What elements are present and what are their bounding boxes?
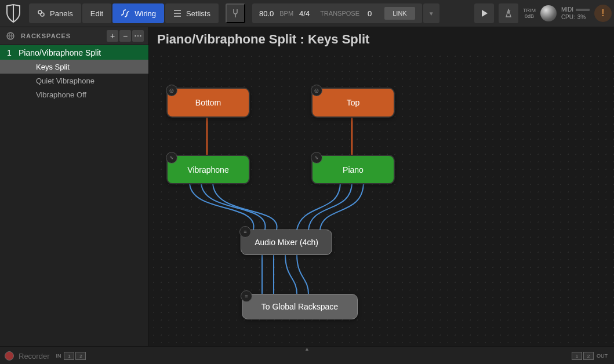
tuner-button[interactable] [226,3,245,23]
sidebar: RACKSPACES + − ⋯ 1 Piano/Vibraphone Spli… [0,27,149,346]
rackspace-item[interactable]: 1 Piano/Vibraphone Split [0,45,148,60]
midi-label: MIDI [561,6,573,13]
panels-button[interactable]: Panels [29,3,81,23]
midi-in-2[interactable]: 2 [75,352,86,360]
node-handle-icon[interactable]: ≡ [241,290,252,302]
wiring-icon [121,9,130,17]
tuning-fork-icon [230,8,241,19]
wiring-label: Wiring [135,9,156,18]
node-handle-icon[interactable]: ◎ [166,85,177,96]
svg-point-1 [41,13,44,16]
variation-label: Vibraphone Off [36,90,86,99]
bpm-value[interactable]: 80.0 [259,9,274,18]
node-label: Top [347,98,360,107]
node-handle-icon[interactable]: ≡ [239,226,251,238]
variation-item-vibraphone-off[interactable]: Vibraphone Off [0,88,148,101]
page-title: Piano/Vibraphone Split : Keys Split [149,27,614,52]
view-mode-group: Panels Edit Wiring [29,3,164,23]
remove-rackspace-button[interactable]: − [119,30,131,42]
node-label: Audio Mixer (4ch) [255,238,318,247]
warning-icon: ! [601,8,604,19]
bpm-label: BPM [279,10,293,17]
node-label: Piano [343,165,364,174]
node-global-rackspace[interactable]: ≡ To Global Rackspace [242,294,358,319]
trim-panel: TRIM 0dB [523,8,536,19]
variation-item-keys-split[interactable]: Keys Split [0,60,148,74]
bottom-bar: ▲ Recorder IN 1 2 1 2 OUT [0,346,614,364]
midi-out-2[interactable]: 2 [583,352,594,360]
midi-in-1[interactable]: 1 [64,352,74,360]
metronome-icon [504,9,513,18]
sidebar-title: RACKSPACES [21,32,106,39]
cpu-value: 3% [577,14,586,20]
node-label: Bottom [195,98,221,107]
panic-button[interactable]: ! [594,5,612,22]
app-logo-icon[interactable] [2,2,24,24]
midi-out-1[interactable]: 1 [572,352,582,360]
node-handle-icon[interactable]: ◎ [311,85,322,96]
tempo-panel: 80.0 BPM 4/4 TRANSPOSE 0 LINK [252,3,422,23]
top-toolbar: Panels Edit Wiring Setlists 80.0 BPM 4/4… [0,0,614,27]
midi-in-indicator: IN 1 2 [54,352,86,360]
edit-button[interactable]: Edit [82,3,111,23]
status-meters: MIDI CPU:3% [561,6,590,20]
midi-meter [576,9,590,11]
panels-icon [37,9,45,17]
output-gain-knob[interactable] [540,5,557,21]
transpose-label: TRANSPOSE [320,10,359,17]
out-label: OUT [597,353,608,359]
setlists-button[interactable]: Setlists [165,3,219,23]
play-button[interactable] [474,3,494,23]
expand-up-icon[interactable]: ▲ [299,346,316,352]
variation-label: Keys Split [36,63,70,71]
wiring-canvas[interactable]: ◎ Bottom ◎ Top ∿ Vibraphone ∿ Piano ≡ Au… [149,52,614,346]
node-handle-icon[interactable]: ∿ [311,152,322,163]
in-label: IN [56,353,61,359]
node-bottom-midi-in[interactable]: ◎ Bottom [166,88,250,118]
rackspace-name: Piano/Vibraphone Split [19,48,101,57]
rackspace-menu-button[interactable]: ⋯ [132,30,144,42]
globe-icon[interactable] [5,30,16,42]
body-area: RACKSPACES + − ⋯ 1 Piano/Vibraphone Spli… [0,27,614,346]
variation-item-quiet-vibraphone[interactable]: Quiet Vibraphone [0,74,148,88]
transpose-value[interactable]: 0 [365,9,374,18]
edit-label: Edit [90,9,103,18]
link-button[interactable]: LINK [384,7,415,20]
node-piano[interactable]: ∿ Piano [311,155,395,184]
node-top-midi-in[interactable]: ◎ Top [311,88,395,118]
setlists-label: Setlists [186,9,210,18]
trim-label: TRIM [523,8,536,13]
node-label: Vibraphone [187,165,228,174]
metronome-button[interactable] [499,3,518,23]
play-icon [480,9,488,17]
recorder-label: Recorder [19,352,49,361]
tempo-dropdown-button[interactable]: ▼ [423,3,439,23]
recorder-button[interactable] [5,351,14,361]
variation-label: Quiet Vibraphone [36,77,95,85]
node-audio-mixer[interactable]: ≡ Audio Mixer (4ch) [241,230,332,255]
node-label: To Global Rackspace [261,302,338,311]
add-rackspace-button[interactable]: + [107,30,118,42]
wiring-button[interactable]: Wiring [112,3,164,23]
right-widgets: TRIM 0dB MIDI CPU:3% ! [474,3,612,23]
rackspace-number: 1 [7,48,19,57]
midi-out-indicator: 1 2 OUT [572,352,609,360]
main-panel: Piano/Vibraphone Split : Keys Split [149,27,614,346]
setlists-icon [173,9,181,17]
node-handle-icon[interactable]: ∿ [166,152,177,163]
timesig-value[interactable]: 4/4 [299,9,310,18]
sidebar-header: RACKSPACES + − ⋯ [0,27,148,45]
cpu-label: CPU: [561,14,575,20]
node-vibraphone[interactable]: ∿ Vibraphone [166,155,250,184]
panels-label: Panels [50,9,73,18]
trim-value: 0dB [525,13,534,19]
